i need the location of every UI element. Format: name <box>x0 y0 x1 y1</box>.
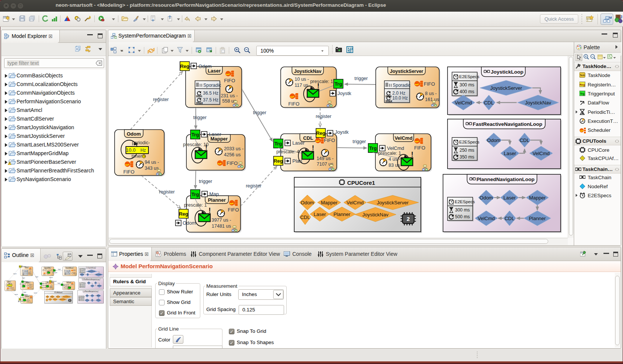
svg-text:FIFO: FIFO <box>123 169 135 175</box>
svg-text:FIFO: FIFO <box>424 81 435 87</box>
svg-text:PlannedNavigationLoop: PlannedNavigationLoop <box>476 177 535 182</box>
svg-text:trigger: trigger <box>352 139 366 144</box>
svg-text:VelCmd: VelCmd <box>478 216 495 221</box>
svg-text:Laser: Laser <box>314 211 326 217</box>
svg-text:prescale: 1: prescale: 1 <box>310 79 333 84</box>
svg-text:Planner: Planner <box>208 197 226 203</box>
svg-text:Odom: Odom <box>479 195 493 201</box>
svg-text:10.0 Hz: 10.0 Hz <box>392 95 408 101</box>
svg-text:max: max <box>386 99 392 103</box>
svg-text:FastReactiveNavigationLoop: FastReactiveNavigationLoop <box>473 121 542 127</box>
svg-text:CPUCore1: CPUCore1 <box>347 180 375 186</box>
svg-text:E2ESpecs: E2ESpecs <box>455 199 475 204</box>
svg-text:prescale: 1: prescale: 1 <box>378 151 401 156</box>
svg-text:94 us -: 94 us - <box>145 160 159 165</box>
svg-text:CDL: CDL <box>484 100 494 106</box>
svg-text:trigger: trigger <box>253 110 266 115</box>
svg-text:FIFO: FIFO <box>228 207 239 213</box>
svg-text:Map: Map <box>209 191 219 197</box>
svg-text:prescale: 4: prescale: 4 <box>276 149 299 154</box>
svg-text:prescale: 1: prescale: 1 <box>184 202 207 208</box>
svg-text:trigger: trigger <box>193 115 206 120</box>
svg-text:FIFO: FIFO <box>227 160 238 166</box>
svg-text:149 us -: 149 us - <box>316 156 333 161</box>
svg-text:Mapper: Mapper <box>321 200 338 205</box>
svg-text:CDL: CDL <box>505 216 514 221</box>
svg-text:Laser: Laser <box>504 195 516 201</box>
svg-text:prescale: 10: prescale: 10 <box>183 142 209 147</box>
svg-text:Trg: Trg <box>191 192 199 197</box>
svg-text:3977 us -: 3977 us - <box>212 217 231 223</box>
svg-text:Mapper: Mapper <box>529 195 546 201</box>
svg-text:Hz: Hz <box>141 148 146 153</box>
svg-text:Laser: Laser <box>504 151 516 156</box>
svg-text:VelCmd: VelCmd <box>387 145 404 151</box>
svg-text:Reg: Reg <box>274 158 283 164</box>
svg-text:VelCmd: VelCmd <box>395 135 413 141</box>
svg-text:2033 us -: 2033 us - <box>224 146 243 151</box>
svg-text:17481 us: 17481 us <box>212 224 231 229</box>
svg-text:300 ms: 300 ms <box>455 207 470 213</box>
svg-text:CDL: CDL <box>520 137 529 143</box>
svg-text:10.0: 10.0 <box>126 147 135 153</box>
svg-text:VelCmd: VelCmd <box>346 200 364 205</box>
svg-text:Trg: Trg <box>334 81 342 87</box>
svg-text:VelCmd: VelCmd <box>532 151 550 156</box>
svg-text:VelCmd: VelCmd <box>455 100 472 106</box>
svg-text:343 us: 343 us <box>145 166 159 171</box>
svg-text:timer: timer <box>132 154 142 159</box>
svg-text:FIFO: FIFO <box>224 78 235 83</box>
svg-text:Plan: Plan <box>292 158 302 164</box>
svg-text:CDL: CDL <box>303 135 313 141</box>
svg-text:trigger: trigger <box>199 179 212 184</box>
svg-text:FIFO: FIFO <box>414 145 425 151</box>
svg-text:JoystickNav: JoystickNav <box>525 100 551 106</box>
svg-text:500 ms: 500 ms <box>455 214 470 219</box>
svg-text:register: register <box>246 183 262 189</box>
svg-text:Odom: Odom <box>183 220 196 226</box>
svg-text:JoystickServer: JoystickServer <box>377 200 409 205</box>
svg-text:Odom: Odom <box>127 131 141 137</box>
svg-text:JoystickServer: JoystickServer <box>390 69 423 74</box>
svg-text:300 ms: 300 ms <box>460 82 474 88</box>
svg-text:register: register <box>316 114 331 119</box>
svg-text:Task: Task <box>580 74 585 76</box>
svg-text:register: register <box>159 189 175 195</box>
svg-text:J: J <box>620 15 622 19</box>
svg-text:161 us: 161 us <box>425 97 439 102</box>
svg-text:periodic-: periodic- <box>132 140 150 145</box>
svg-text:350 ms: 350 ms <box>460 154 474 160</box>
svg-text:min: min <box>196 94 202 98</box>
svg-text:Planner: Planner <box>529 216 546 221</box>
svg-text:max: max <box>196 101 203 105</box>
svg-text:E2ESpecs: E2ESpecs <box>459 74 479 79</box>
svg-text:Trg: Trg <box>274 141 282 147</box>
svg-text:Trg: Trg <box>369 145 377 151</box>
svg-text:4256 us: 4256 us <box>224 152 240 157</box>
svg-text:Planner: Planner <box>334 211 351 217</box>
svg-text:Reg: Reg <box>180 63 189 69</box>
svg-text:2: 2 <box>407 216 410 222</box>
svg-text:JoystickNav: JoystickNav <box>294 69 322 74</box>
svg-text:Odom: Odom <box>487 137 500 143</box>
svg-text:10 us -: 10 us - <box>295 77 309 82</box>
svg-text:register: register <box>153 97 169 102</box>
svg-text:231 us -: 231 us - <box>221 93 237 98</box>
svg-text:400 ms: 400 ms <box>460 89 474 94</box>
svg-text:CDL: CDL <box>300 214 310 220</box>
svg-text:Reg: Reg <box>316 130 325 136</box>
svg-text:Trg: Trg <box>191 132 199 137</box>
svg-text:Reg: Reg <box>579 83 585 86</box>
svg-text:E2ESpecs: E2ESpecs <box>459 140 479 144</box>
svg-text:Odom: Odom <box>301 200 314 205</box>
svg-text:JoystickServer: JoystickServer <box>490 85 522 91</box>
svg-text:FIFO: FIFO <box>324 137 335 143</box>
svg-text:Sporadic: Sporadic <box>393 83 410 88</box>
svg-text:8 us -: 8 us - <box>425 91 437 96</box>
svg-text:Laser: Laser <box>209 131 221 137</box>
svg-text:2.0 Hz: 2.0 Hz <box>392 91 405 96</box>
svg-text:trigger: trigger <box>354 76 367 81</box>
svg-text:Joystk: Joystk <box>337 91 351 96</box>
svg-text:36.5 Hz: 36.5 Hz <box>203 91 218 96</box>
svg-text:FIFO: FIFO <box>288 101 299 107</box>
